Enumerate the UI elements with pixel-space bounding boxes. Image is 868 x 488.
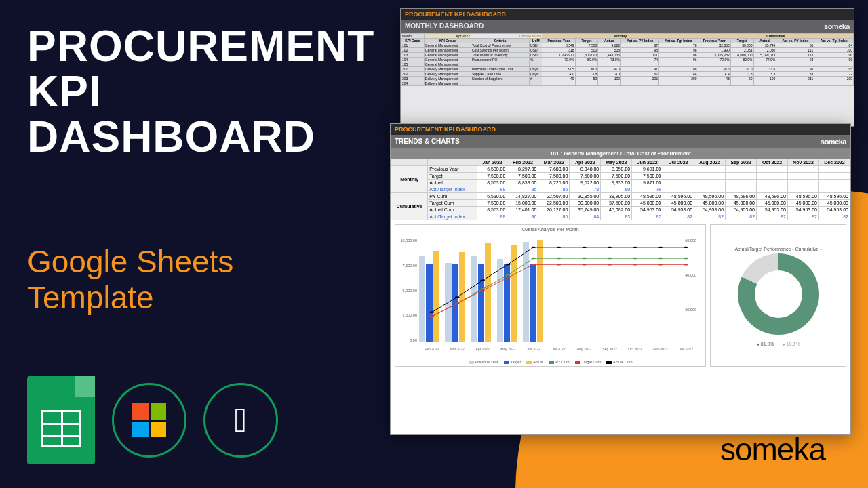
panel-header: PROCUREMENT KPI DASHBOARD (401, 9, 854, 20)
svg-point-7 (608, 258, 612, 259)
google-sheets-icon (27, 376, 95, 464)
kpi-title: 101 : General Management / Total Cost of… (391, 148, 850, 159)
svg-point-14 (506, 277, 511, 278)
svg-point-13 (480, 289, 485, 291)
svg-point-12 (455, 302, 460, 304)
svg-point-9 (658, 258, 663, 259)
svg-point-24 (480, 280, 485, 281)
trends-charts-panel: PROCUREMENT KPI DASHBOARD TRENDS & CHART… (390, 123, 851, 435)
trends-data-table: Jan 2022Feb 2022Mar 2022Apr 2022May 2022… (391, 159, 850, 220)
donut-chart: Actual/Target Performance - Cumulative -… (710, 224, 846, 367)
svg-point-10 (684, 258, 688, 259)
brand-small: someka (824, 22, 850, 30)
svg-point-17 (582, 264, 587, 265)
svg-point-8 (633, 258, 637, 259)
svg-point-29 (608, 247, 612, 248)
svg-point-11 (429, 316, 434, 317)
donut-icon (738, 253, 819, 335)
svg-point-19 (633, 264, 637, 265)
svg-point-3 (506, 274, 511, 276)
month-selector[interactable]: Apr 2022 (424, 34, 471, 39)
svg-point-18 (608, 264, 612, 265)
subtitle-line2: Template (27, 280, 154, 315)
svg-point-23 (455, 296, 460, 298)
panel-section: TRENDS & CHARTS (395, 138, 460, 146)
windows-icon (112, 383, 186, 458)
brand-small: someka (821, 138, 846, 146)
svg-point-16 (557, 264, 561, 265)
svg-point-21 (684, 264, 688, 265)
svg-point-26 (531, 247, 536, 248)
title-line3: DASHBOARD (27, 113, 315, 161)
monthly-kpi-table: Month Apr 2022 Choose Month Monthly Cumu… (401, 33, 854, 86)
brand-logo: someka (720, 431, 834, 468)
brand-text: someka (720, 432, 825, 467)
svg-point-6 (582, 258, 587, 259)
panel-section: MONTHLY DASHBOARD (405, 22, 484, 30)
main-title: PROCUREMENT KPI DASHBOARD (27, 24, 374, 161)
svg-point-30 (633, 247, 637, 248)
subtitle: Google Sheets Template (27, 244, 233, 316)
svg-point-25 (506, 264, 511, 265)
panel-header: PROCUREMENT KPI DASHBOARD (391, 124, 850, 135)
svg-point-31 (658, 247, 663, 248)
overall-analysis-chart: Overall Analysis Per Month 10,000.007,50… (395, 224, 706, 367)
title-line2: KPI (27, 67, 102, 116)
svg-point-5 (557, 258, 561, 259)
subtitle-line1: Google Sheets (27, 244, 233, 279)
svg-point-4 (531, 258, 536, 259)
svg-point-22 (429, 311, 434, 312)
title-line1: PROCUREMENT (27, 22, 374, 70)
svg-point-28 (582, 247, 587, 248)
platform-icons-row:  (27, 376, 278, 464)
monthly-dashboard-panel: PROCUREMENT KPI DASHBOARD MONTHLY DASHBO… (400, 8, 854, 127)
svg-point-20 (658, 264, 663, 265)
apple-icon:  (203, 383, 278, 458)
svg-point-32 (684, 247, 688, 248)
svg-point-15 (531, 264, 536, 265)
svg-point-27 (557, 247, 561, 248)
